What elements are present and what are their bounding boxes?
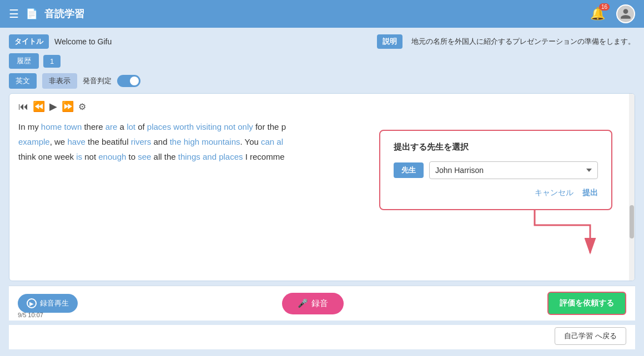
document-icon: 📄 [26,8,38,20]
cancel-button[interactable]: キャンセル [535,188,573,198]
back-row: 自己学習 へ戻る [9,325,635,349]
dialog-teacher-row: 先生 John Harrison Suzuki Hanako Tanaka Ta… [394,161,598,179]
bottom-bar: ▶ 録音再生 9/5 10:07 🎤 録音 評価を依頼する [9,286,635,321]
back-button[interactable]: 自己学習 へ戻る [555,327,626,345]
app-header: ☰ 📄 音読学習 🔔 16 [0,0,644,28]
microphone-icon: 🎤 [298,298,308,308]
dialog-actions: キャンセル 提出 [394,188,598,198]
lesson-title: Welcome to Gifu [54,37,112,46]
hide-button[interactable]: 非表示 [42,73,77,89]
fast-forward-icon[interactable]: ⏩ [62,100,74,113]
description-tag: 説明 [377,34,402,49]
notification-bell-wrap[interactable]: 🔔 16 [590,7,605,21]
controls-row: 英文 非表示 発音判定 [9,73,635,89]
dialog-title: 提出する先生を選択 [394,142,598,152]
scrollbar-track[interactable] [629,94,635,281]
scrollbar-thumb[interactable] [630,205,634,238]
play-icon[interactable]: ▶ [49,100,57,113]
pronunciation-toggle[interactable] [117,75,140,87]
main-content: タイトル Welcome to Gifu 説明 地元の名所を外国人に紹介するプレ… [0,28,644,356]
teacher-select-dialog: 提出する先生を選択 先生 John Harrison Suzuki Hanako… [379,130,612,210]
record-label: 録音 [311,298,328,309]
lesson-description: 地元の名所を外国人に紹介するプレゼンテーションの準備をします。 [411,37,635,47]
skip-to-start-icon[interactable]: ⏮ [18,101,28,113]
settings-icon[interactable]: ⚙ [78,101,86,112]
notification-badge: 16 [599,3,610,11]
submit-button[interactable]: 提出 [582,188,598,198]
playback-circle-icon: ▶ [27,298,37,308]
content-card: ⏮ ⏪ ▶ ⏩ ⚙ In my home town there are a lo… [9,93,635,281]
playback-controls: ⏮ ⏪ ▶ ⏩ ⚙ [18,100,626,113]
history-number-button[interactable]: 1 [43,55,61,68]
english-toggle-button[interactable]: 英文 [9,73,37,89]
title-row: タイトル Welcome to Gifu 説明 地元の名所を外国人に紹介するプレ… [9,34,635,49]
avatar-icon [620,8,632,20]
app-title: 音読学習 [44,7,84,21]
pronunciation-label: 発音判定 [83,76,112,86]
record-wrap: 🎤 録音 [84,293,541,314]
playback-button[interactable]: ▶ 録音再生 [18,294,78,313]
teacher-select[interactable]: John Harrison Suzuki Hanako Tanaka Taro [429,161,598,179]
playback-time: 9/5 10:07 [18,312,43,318]
title-tag: タイトル [9,34,49,49]
evaluate-button[interactable]: 評価を依頼する [547,292,626,315]
rewind-icon[interactable]: ⏪ [33,100,45,113]
teacher-label: 先生 [394,162,424,178]
playback-label: 録音再生 [40,298,69,308]
history-row: 履歴 1 [9,53,635,69]
menu-icon[interactable]: ☰ [9,7,19,21]
user-avatar[interactable] [616,4,635,23]
pronunciation-toggle-wrap [117,75,140,87]
history-button[interactable]: 履歴 [9,53,39,69]
record-button[interactable]: 🎤 録音 [282,293,344,314]
